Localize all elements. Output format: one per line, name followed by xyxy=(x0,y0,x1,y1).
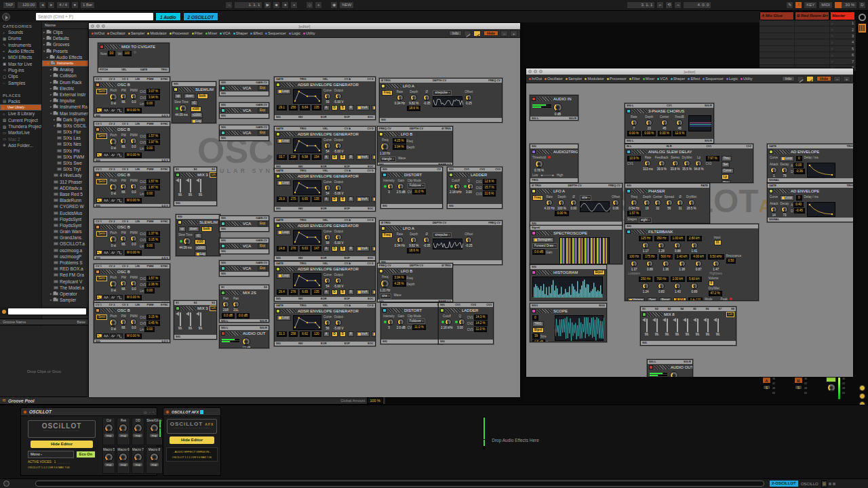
outlet-sig[interactable]: SIG xyxy=(276,115,281,119)
outlet-0-5-v[interactable]: 0-5 V xyxy=(161,159,168,162)
value-box[interactable]: 0.45 % xyxy=(146,321,160,326)
category-vca[interactable]: VCA xyxy=(220,31,230,35)
button-s[interactable]: S xyxy=(340,331,346,337)
knob-freq[interactable] xyxy=(380,142,389,151)
hide-editor-button[interactable]: Hide Editor xyxy=(170,436,214,444)
number-box[interactable]: 26.9 xyxy=(277,197,287,202)
tree-item-cygred-w[interactable]: CYGRED W xyxy=(42,203,88,209)
fader-track[interactable] xyxy=(687,319,688,332)
category-modulator[interactable]: Modulator xyxy=(585,77,604,81)
drag-hatch-icon[interactable] xyxy=(537,231,552,235)
fader-value[interactable]: 99. xyxy=(189,193,193,197)
value-box[interactable]: 12.6 % xyxy=(483,179,496,184)
button-down[interactable]: down xyxy=(184,94,195,99)
drag-hatch-icon[interactable] xyxy=(537,189,552,193)
button-reset[interactable]: Reset xyxy=(659,298,671,301)
info-button[interactable]: Info xyxy=(449,30,462,36)
knob-value[interactable]: 68. xyxy=(121,190,125,194)
knob-pwm[interactable] xyxy=(130,93,137,100)
button-d[interactable]: D xyxy=(332,289,338,295)
triangle-wave-icon[interactable] xyxy=(103,295,109,300)
knob-value[interactable]: 0 st xyxy=(111,289,116,292)
scene-slot[interactable]: ▷6 xyxy=(830,52,856,58)
outlet-eor[interactable]: EOR xyxy=(321,207,327,211)
loop-length-field[interactable]: 4. 0. 0 xyxy=(683,1,711,9)
outlet-sig-l[interactable]: SIG L xyxy=(627,139,633,143)
scene-play-icon[interactable]: ▷ xyxy=(831,34,833,37)
envelope-display[interactable] xyxy=(293,138,321,153)
knob-value[interactable]: 9.82 % xyxy=(409,244,418,247)
knob-level[interactable] xyxy=(663,260,669,267)
category-effect[interactable]: Effect xyxy=(250,31,262,35)
knob-level[interactable] xyxy=(679,260,686,267)
outlet-vel[interactable]: VEL xyxy=(121,68,127,72)
number-box[interactable]: 147 xyxy=(312,246,321,251)
fader-value[interactable]: 99. xyxy=(706,333,710,336)
fader-track[interactable] xyxy=(717,319,719,332)
knob-value[interactable]: 0.0 xyxy=(132,145,136,148)
knob-value[interactable]: 28.5 % xyxy=(687,207,696,210)
square-wave-icon[interactable] xyxy=(117,333,123,338)
button-inva[interactable]: invA xyxy=(356,155,370,160)
drag-hatch-icon[interactable] xyxy=(101,225,116,229)
fader-track[interactable] xyxy=(200,312,201,326)
patch-cords-active-icon[interactable] xyxy=(473,30,481,37)
drag-hatch-icon[interactable] xyxy=(181,173,196,177)
tree-item-bladerunn[interactable]: BladeRunn xyxy=(42,197,88,203)
knob-value[interactable]: 23 xyxy=(648,127,651,130)
drag-hatch-icon[interactable] xyxy=(537,309,552,313)
map-button[interactable]: map xyxy=(150,463,159,466)
knob-value[interactable]: 1.47 xyxy=(713,268,719,271)
tree-item-4-hivelady[interactable]: 4 HiveLady xyxy=(42,172,88,178)
outlet-sig-l[interactable]: SIG L xyxy=(532,117,538,121)
knob-value[interactable]: 1.28 xyxy=(658,249,665,253)
zoom-in-button[interactable]: + xyxy=(510,30,517,37)
knob-value[interactable]: 59 xyxy=(326,100,330,104)
rail-toggle-1[interactable] xyxy=(859,385,865,391)
tree-item-sixs-tryt[interactable]: SiXs Tryt xyxy=(42,166,88,172)
value-box[interactable]: 0.40 xyxy=(793,202,804,207)
mod-amount-badge[interactable]: 18.6 % xyxy=(407,248,420,253)
button-31[interactable]: 31 xyxy=(714,240,722,245)
freq-badge[interactable]: 2.00 kH xyxy=(671,277,686,282)
knob-value[interactable]: 0 dB xyxy=(555,113,561,116)
drag-hatch-icon[interactable] xyxy=(384,132,399,136)
knob-level[interactable] xyxy=(674,283,681,289)
cue-solo-button[interactable] xyxy=(826,377,836,382)
button-set[interactable]: Set xyxy=(722,162,730,167)
tree-item-red-fm-gra[interactable]: Red FM Gra xyxy=(42,272,88,278)
hide-button[interactable]: Hide xyxy=(816,76,831,81)
knob-value[interactable]: 58 xyxy=(326,241,330,245)
knob-value[interactable]: -5.06 V xyxy=(334,192,344,195)
midi-map-button[interactable]: MIDI xyxy=(818,1,833,9)
outlet-eoc[interactable]: EOC xyxy=(368,256,374,260)
outlet-sig[interactable]: SIG xyxy=(221,92,226,96)
knob-curve[interactable] xyxy=(324,184,331,191)
value-box[interactable]: 3.94 % xyxy=(146,95,160,100)
button-smooth[interactable]: smooth xyxy=(372,331,376,337)
knob-gain[interactable] xyxy=(397,183,404,190)
knob-slew-time[interactable] xyxy=(179,104,187,113)
tree-item-external-instr[interactable]: ▸External Instr xyxy=(42,92,88,98)
button-smooth[interactable]: smooth xyxy=(372,155,376,160)
tree-item-clips[interactable]: ▸Clips xyxy=(42,29,88,35)
tree-item-oscillot-a[interactable]: OSCILLOT.a xyxy=(42,241,88,247)
button-res[interactable]: Res xyxy=(722,180,731,183)
category-sampler[interactable]: Sampler xyxy=(128,31,144,35)
drag-hatch-icon[interactable] xyxy=(179,87,194,92)
number-box[interactable]: 6.64 xyxy=(300,105,310,110)
punch-out-button[interactable]: ¬ xyxy=(674,1,682,9)
crossfade-assign-b[interactable]: B xyxy=(794,377,803,384)
value-box[interactable]: 0.5 dB xyxy=(532,340,545,342)
category-utility[interactable]: Utility xyxy=(303,31,315,35)
knob-level[interactable] xyxy=(695,260,702,267)
module-titlebar[interactable]: LFO B xyxy=(378,131,452,138)
drag-hatch-icon[interactable] xyxy=(632,230,647,234)
module-titlebar[interactable]: DISTORT xyxy=(381,307,442,314)
square-wave-icon[interactable] xyxy=(117,295,123,300)
outlet-sig[interactable]: SIG xyxy=(276,256,281,260)
outlet-gate[interactable]: GATE xyxy=(140,68,148,72)
value-box[interactable]: 2.36 % xyxy=(146,282,160,287)
stop-button[interactable]: ■ xyxy=(273,1,280,9)
button-r[interactable]: R xyxy=(348,197,354,202)
